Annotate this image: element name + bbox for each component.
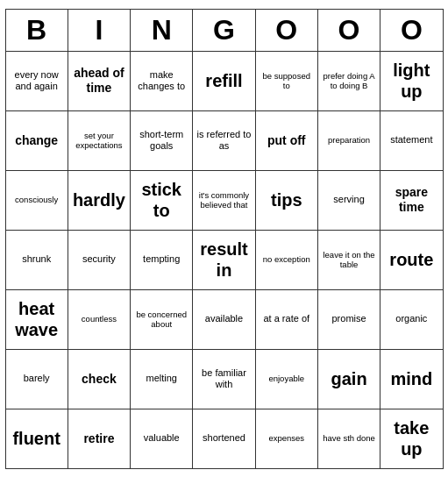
bingo-cell-0-5: prefer doing A to doing B [317,51,380,110]
header-cell-o-6: O [380,9,443,51]
bingo-row-2: consciouslyhardlystick toit's commonly b… [5,170,443,230]
bingo-cell-1-2: short-term goals [131,110,193,170]
bingo-cell-5-5: gain [317,349,380,409]
bingo-cell-3-1: security [68,230,130,289]
bingo-cell-1-0: change [5,110,68,170]
bingo-cell-5-1: check [68,349,130,409]
bingo-cell-2-0: consciously [5,170,68,230]
header-cell-o-4: O [255,9,317,51]
bingo-cell-0-3: refill [193,51,255,110]
bingo-cell-5-3: be familiar with [193,349,255,409]
bingo-cell-3-3: result in [193,230,255,289]
bingo-cell-1-1: set your expectations [68,110,130,170]
bingo-cell-2-4: tips [255,170,317,230]
bingo-cell-0-1: ahead of time [68,51,130,110]
bingo-cell-5-6: mind [380,349,443,409]
bingo-cell-4-0: heat wave [5,289,68,349]
bingo-cell-1-5: preparation [317,110,380,170]
bingo-cell-3-2: tempting [131,230,193,289]
bingo-row-1: changeset your expectationsshort-term go… [5,110,443,170]
header-cell-n-2: N [131,9,193,51]
bingo-cell-0-2: make changes to [131,51,193,110]
bingo-cell-4-2: be concerned about [131,289,193,349]
bingo-cell-0-0: every now and again [5,51,68,110]
bingo-cell-3-6: route [380,230,443,289]
bingo-card: BINGOOO every now and againahead of time… [5,9,444,469]
bingo-cell-1-3: is referred to as [193,110,255,170]
bingo-cell-4-4: at a rate of [255,289,317,349]
bingo-cell-2-3: it's commonly believed that [193,170,255,230]
bingo-body: every now and againahead of timemake cha… [5,51,443,468]
bingo-row-5: barelycheckmeltingbe familiar withenjoya… [5,349,443,409]
bingo-row-6: fluentretirevaluableshortenedexpenseshav… [5,409,443,468]
bingo-cell-3-0: shrunk [5,230,68,289]
bingo-cell-6-1: retire [68,409,130,468]
bingo-row-0: every now and againahead of timemake cha… [5,51,443,110]
bingo-cell-5-2: melting [131,349,193,409]
bingo-cell-4-3: available [193,289,255,349]
bingo-cell-4-1: countless [68,289,130,349]
bingo-cell-6-0: fluent [5,409,68,468]
bingo-row-4: heat wavecountlessbe concerned aboutavai… [5,289,443,349]
bingo-cell-5-4: enjoyable [255,349,317,409]
header-cell-o-5: O [317,9,380,51]
header-cell-b-0: B [5,9,68,51]
bingo-cell-0-4: be supposed to [255,51,317,110]
bingo-cell-6-4: expenses [255,409,317,468]
bingo-cell-6-2: valuable [131,409,193,468]
header-cell-g-3: G [193,9,255,51]
bingo-cell-3-4: no exception [255,230,317,289]
bingo-cell-6-3: shortened [193,409,255,468]
bingo-cell-1-4: put off [255,110,317,170]
bingo-cell-6-6: take up [380,409,443,468]
bingo-cell-2-5: serving [317,170,380,230]
header-row: BINGOOO [5,9,443,51]
bingo-cell-4-6: organic [380,289,443,349]
header-cell-i-1: I [68,9,130,51]
bingo-cell-2-2: stick to [131,170,193,230]
bingo-cell-1-6: statement [380,110,443,170]
bingo-cell-2-6: spare time [380,170,443,230]
bingo-cell-5-0: barely [5,349,68,409]
bingo-cell-6-5: have sth done [317,409,380,468]
bingo-cell-2-1: hardly [68,170,130,230]
bingo-cell-0-6: light up [380,51,443,110]
bingo-row-3: shrunksecuritytemptingresult inno except… [5,230,443,289]
bingo-cell-4-5: promise [317,289,380,349]
bingo-cell-3-5: leave it on the table [317,230,380,289]
